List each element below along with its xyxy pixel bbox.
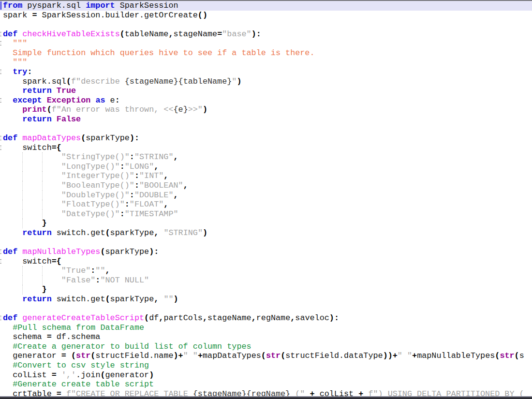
code-line[interactable]: } (0, 285, 532, 295)
code-text: return False (3, 115, 81, 124)
code-text: } (3, 219, 47, 228)
code-text: except Exception as e: (3, 96, 120, 105)
code-line[interactable]: return switch.get(sparkType, "") (0, 295, 532, 304)
window-border-bottom (0, 396, 532, 399)
code-text: #Pull schema from DataFrame (3, 323, 144, 332)
code-text: spark.sql(f"describe {stageName}{tableNa… (3, 77, 242, 86)
code-text: "DateType()":"TIMESTAMP" (3, 209, 178, 219)
code-text: switch={ (3, 143, 61, 152)
code-text: "StringType()":"STRING", (3, 152, 178, 162)
code-line[interactable]: def checkHiveTableExists(tableName,stage… (0, 30, 532, 39)
code-line[interactable]: return switch.get(sparkType, "STRING") (0, 228, 532, 238)
code-line[interactable]: schema = df.schema (0, 332, 532, 342)
code-text: print(f"An error was thrown, <<{e}>>") (3, 105, 207, 114)
code-line[interactable]: generator = (str(structField.name)+" "+m… (0, 351, 532, 361)
code-text: "DoubleType()":"DOUBLE", (3, 191, 178, 200)
code-line[interactable]: """ (0, 58, 532, 67)
code-text: Simple function which queries hive to se… (3, 48, 315, 58)
code-line[interactable]: #Create a generator to build list of col… (0, 342, 532, 352)
code-line[interactable]: return True (0, 86, 532, 96)
code-text: "IntegerType()":"INT", (3, 171, 168, 180)
code-line[interactable]: spark.sql(f"describe {stageName}{tableNa… (0, 77, 532, 87)
code-line[interactable]: #Pull schema from DataFrame (0, 323, 532, 333)
code-text: def mapNullableTypes(sparkType): (3, 247, 159, 256)
code-line[interactable] (0, 304, 532, 314)
fold-marker-icon[interactable] (0, 32, 1, 36)
code-text: """ (3, 58, 27, 67)
code-text: try: (3, 67, 32, 76)
code-editor[interactable]: from pyspark.sql import SparkSessionspar… (0, 1, 532, 399)
code-line[interactable]: "DateType()":"TIMESTAMP" (0, 209, 532, 219)
fold-marker-icon[interactable] (0, 259, 1, 264)
code-text: def checkHiveTableExists(tableName,stage… (3, 30, 261, 39)
code-line[interactable]: except Exception as e: (0, 96, 532, 105)
code-line[interactable]: try: (0, 67, 532, 77)
code-text: #Create a generator to build list of col… (3, 342, 251, 351)
code-line[interactable]: switch={ (0, 257, 532, 266)
code-line[interactable]: return False (0, 115, 532, 124)
fold-marker-icon[interactable] (0, 316, 1, 320)
fold-marker-icon[interactable] (0, 136, 1, 140)
code-line[interactable]: "True":"", (0, 266, 532, 276)
code-line[interactable]: } (0, 219, 532, 228)
code-text: def generateCreateTableScript(df,partCol… (3, 313, 339, 323)
code-text: return True (3, 86, 76, 95)
code-line[interactable]: """ (0, 39, 532, 48)
code-line[interactable] (0, 20, 532, 30)
code-text: generator = (str(structField.name)+" "+m… (3, 351, 524, 360)
code-text: "False":"NOT NULL" (3, 276, 149, 285)
code-text: colList = ','.join(generator) (3, 370, 154, 380)
code-line[interactable]: #Convert to csv style string (0, 361, 532, 370)
fold-marker-icon[interactable] (0, 70, 1, 74)
code-line[interactable] (0, 237, 532, 247)
code-line[interactable]: "BooleanType()":"BOOLEAN", (0, 181, 532, 191)
code-line[interactable]: def generateCreateTableScript(df,partCol… (0, 313, 532, 323)
code-line[interactable]: def mapDataTypes(sparkType): (0, 133, 532, 143)
code-text: """ (3, 39, 27, 48)
code-line[interactable]: from pyspark.sql import SparkSession (0, 1, 532, 11)
code-line[interactable]: Simple function which queries hive to se… (0, 48, 532, 58)
code-line[interactable]: "LongType()":"LONG", (0, 162, 532, 172)
fold-marker-icon[interactable] (0, 250, 1, 254)
code-text: #Convert to csv style string (3, 361, 149, 370)
code-line[interactable]: switch={ (0, 143, 532, 153)
code-text: switch={ (3, 257, 61, 266)
code-text: def mapDataTypes(sparkType): (3, 133, 139, 143)
code-line[interactable]: def mapNullableTypes(sparkType): (0, 247, 532, 257)
code-line[interactable] (0, 124, 532, 134)
code-text: "FloatType()":"FLOAT", (3, 200, 168, 209)
fold-marker-icon[interactable] (0, 98, 1, 103)
code-line[interactable]: "IntegerType()":"INT", (0, 171, 532, 181)
code-text: "BooleanType()":"BOOLEAN", (3, 181, 188, 190)
code-line[interactable]: spark = SparkSession.builder.getOrCreate… (0, 11, 532, 20)
code-text: return switch.get(sparkType, "STRING") (3, 228, 207, 237)
window-border-top (0, 0, 532, 1)
code-text: } (3, 285, 47, 294)
fold-marker-icon[interactable] (0, 41, 1, 45)
code-line[interactable]: colList = ','.join(generator) (0, 370, 532, 380)
code-line[interactable]: "StringType()":"STRING", (0, 152, 532, 162)
code-text: "LongType()":"LONG", (3, 162, 159, 171)
code-text: schema = df.schema (3, 332, 100, 341)
code-text: from pyspark.sql import SparkSession (3, 1, 178, 10)
code-text: "True":"", (3, 266, 110, 275)
code-text: spark = SparkSession.builder.getOrCreate… (3, 11, 207, 20)
code-line[interactable]: "FloatType()":"FLOAT", (0, 200, 532, 209)
code-line[interactable]: #Generate create table script (0, 380, 532, 389)
code-line[interactable]: "False":"NOT NULL" (0, 276, 532, 285)
code-line[interactable]: "DoubleType()":"DOUBLE", (0, 191, 532, 200)
text-cursor (0, 1, 1, 10)
code-line[interactable]: print(f"An error was thrown, <<{e}>>") (0, 105, 532, 115)
fold-marker-icon[interactable] (0, 146, 1, 150)
code-text: #Generate create table script (3, 380, 154, 389)
code-text: return switch.get(sparkType, "") (3, 295, 178, 304)
